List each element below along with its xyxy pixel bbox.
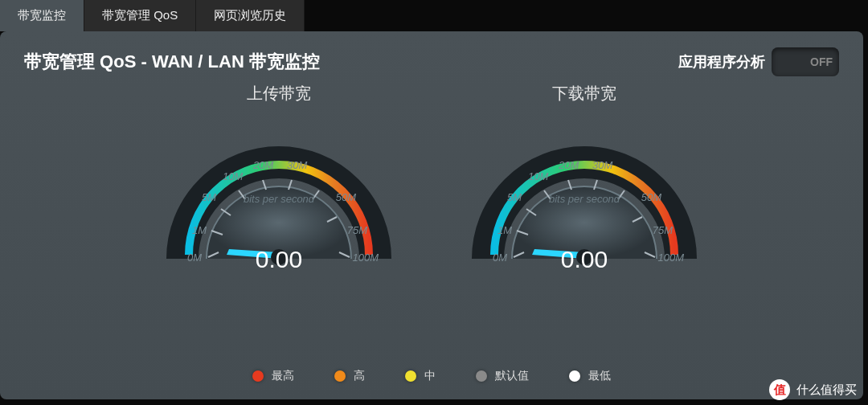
legend-default: 默认值 [476, 369, 529, 383]
toggle-label: 应用程序分析 [678, 52, 765, 72]
legend-medium: 中 [405, 369, 436, 383]
tick-50m: 50M [641, 191, 661, 203]
tab-bar: 带宽监控 带宽管理 QoS 网页浏览历史 [0, 0, 868, 31]
watermark-text: 什么值得买 [796, 382, 857, 398]
legend-lowest: 最低 [569, 369, 611, 383]
tick-100m: 100M [657, 252, 684, 264]
dot-default-icon [476, 370, 487, 382]
tab-qos[interactable]: 带宽管理 QoS [84, 0, 196, 31]
page-title: 带宽管理 QoS - WAN / LAN 带宽监控 [24, 50, 320, 74]
tick-0m: 0M [493, 252, 507, 264]
tick-20m: 20M [559, 159, 579, 171]
tick-5m: 5M [202, 191, 216, 203]
gauge-upload-dial: 0M 1M 5M 10M 20M 30M 50M 75M 100M bits p… [158, 114, 399, 275]
dot-medium-icon [405, 370, 416, 382]
tick-10m: 10M [528, 170, 548, 182]
watermark-badge-icon: 值 [769, 379, 790, 400]
legend-default-label: 默认值 [495, 369, 529, 383]
tab-bandwidth-monitor[interactable]: 带宽监控 [0, 0, 84, 31]
gauge-upload-title: 上传带宽 [247, 83, 311, 104]
dot-high-icon [334, 370, 346, 382]
dot-lowest-icon [569, 370, 580, 382]
tick-10m: 10M [223, 170, 243, 182]
main-panel: 带宽管理 QoS - WAN / LAN 带宽监控 应用程序分析 OFF 上传带… [0, 31, 863, 399]
gauge-download-dial: 0M 1M 5M 10M 20M 30M 50M 75M 100M bits p… [464, 114, 705, 275]
dot-highest-icon [252, 370, 264, 382]
tick-1m: 1M [192, 224, 207, 236]
tick-5m: 5M [507, 191, 522, 203]
gauge-upload-unit: bits per second [244, 193, 314, 205]
tick-1m: 1M [497, 224, 512, 236]
gauge-download: 下载带宽 0M 1M [464, 83, 705, 362]
tab-web-history[interactable]: 网页浏览历史 [196, 0, 305, 31]
tick-75m: 75M [653, 224, 673, 236]
tick-0m: 0M [187, 252, 202, 264]
tick-30m: 30M [287, 159, 307, 171]
gauge-upload-value: 0.00 [256, 246, 302, 273]
legend-high-label: 高 [354, 369, 365, 383]
gauge-upload: 上传带宽 [158, 83, 399, 362]
watermark: 值 什么值得买 [769, 379, 857, 400]
priority-legend: 最高 高 中 默认值 最低 [24, 362, 839, 383]
tick-30m: 30M [592, 159, 612, 171]
tick-20m: 20M [253, 159, 273, 171]
legend-highest-label: 最高 [272, 369, 294, 383]
app-analysis-toggle[interactable]: OFF [772, 47, 839, 76]
legend-high: 高 [334, 369, 365, 383]
gauge-download-title: 下载带宽 [552, 83, 616, 104]
gauge-download-unit: bits per second [549, 193, 620, 205]
tick-75m: 75M [347, 224, 367, 236]
gauge-download-value: 0.00 [561, 246, 608, 273]
legend-lowest-label: 最低 [588, 369, 611, 383]
tick-100m: 100M [352, 252, 379, 264]
tick-50m: 50M [336, 191, 356, 203]
legend-medium-label: 中 [424, 369, 436, 383]
legend-highest: 最高 [252, 369, 294, 383]
